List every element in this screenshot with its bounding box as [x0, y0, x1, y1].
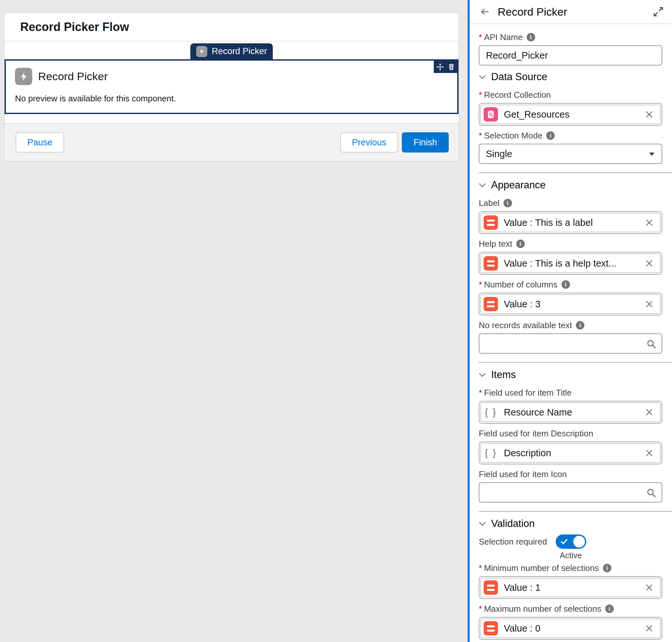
section-divider [479, 362, 672, 363]
section-appearance[interactable]: Appearance [479, 178, 662, 192]
item-title-field-group: Field used for item Title { } Resource N… [479, 387, 662, 424]
check-icon [560, 539, 568, 544]
info-icon[interactable] [546, 131, 555, 140]
selection-required-row: Selection required Active [479, 535, 662, 560]
chevron-down-icon [479, 373, 486, 377]
label-label-row: Label [479, 198, 662, 208]
number-of-columns-combobox[interactable]: Value : 3 [479, 293, 662, 316]
flow-screen-editor: Record Picker Flow Record Picker [0, 0, 672, 642]
item-icon-input-field[interactable] [486, 487, 641, 498]
text-value-icon [483, 621, 498, 635]
info-icon[interactable] [605, 604, 614, 613]
clear-icon[interactable] [645, 259, 654, 268]
info-icon[interactable] [603, 564, 611, 572]
clear-icon[interactable] [645, 449, 654, 457]
finish-button[interactable]: Finish [402, 132, 449, 153]
flow-title: Record Picker Flow [20, 20, 129, 34]
item-description-combobox[interactable]: { } Description [479, 441, 662, 464]
screen-header: Record Picker Flow [4, 13, 458, 41]
selection-required-toggle[interactable] [556, 535, 586, 549]
panel-title: Record Picker [497, 5, 567, 18]
record-collection-field-group: Record Collection Get_Resources [479, 90, 662, 126]
no-records-text-input[interactable] [479, 333, 662, 354]
record-collection-label: Record Collection [484, 90, 551, 100]
help-text-combobox[interactable]: Value : This is a help text... [479, 252, 662, 275]
record-lookup-icon [483, 107, 498, 121]
record-collection-combobox[interactable]: Get_Resources [479, 103, 662, 126]
number-of-columns-label-row: Number of columns [479, 279, 662, 290]
api-name-label-row: API Name [479, 32, 662, 42]
info-icon[interactable] [504, 199, 512, 207]
expand-button[interactable] [653, 7, 663, 17]
clear-icon[interactable] [645, 300, 654, 308]
selection-mode-value: Single [486, 149, 512, 159]
label-value: Value : This is a label [504, 217, 639, 228]
item-icon-input[interactable] [479, 482, 662, 502]
label-combobox[interactable]: Value : This is a label [479, 211, 662, 234]
item-title-combobox[interactable]: { } Resource Name [479, 401, 662, 424]
min-selections-combobox[interactable]: Value : 1 [479, 576, 662, 599]
item-description-field-group: Field used for item Description { } Desc… [479, 428, 662, 464]
delete-icon[interactable] [448, 63, 455, 70]
number-of-columns-field-group: Number of columns Value : 3 [479, 279, 662, 316]
section-data-source[interactable]: Data Source [479, 70, 662, 84]
info-icon[interactable] [527, 33, 535, 41]
selection-mode-select[interactable]: Single [479, 144, 662, 164]
back-arrow-icon [479, 7, 490, 17]
move-icon[interactable] [436, 63, 444, 71]
data-source-heading: Data Source [491, 71, 547, 83]
info-icon[interactable] [576, 321, 584, 330]
items-heading: Items [491, 369, 516, 381]
pause-button[interactable]: Pause [16, 132, 64, 153]
section-divider [479, 172, 672, 173]
item-icon-label-row: Field used for item Icon [479, 469, 662, 479]
flow-screen-card: Record Picker Flow Record Picker [4, 13, 459, 161]
section-validation[interactable]: Validation [479, 517, 662, 530]
clear-icon[interactable] [645, 110, 654, 119]
expand-icon [653, 7, 663, 17]
max-selections-pill: Value : 0 [480, 618, 661, 638]
help-text-label-row: Help text [479, 239, 662, 249]
info-icon[interactable] [561, 280, 570, 289]
selection-mode-label-row: Selection Mode [479, 130, 662, 141]
number-of-columns-pill: Value : 3 [480, 294, 661, 314]
required-asterisk [479, 32, 484, 42]
label-label: Label [479, 198, 500, 208]
no-records-text-input-field[interactable] [486, 338, 641, 349]
clear-icon[interactable] [645, 624, 654, 632]
search-icon [646, 488, 656, 498]
clear-icon[interactable] [645, 408, 654, 416]
help-text-field-group: Help text Value : This is a help text... [479, 239, 662, 275]
flow-canvas: Record Picker Flow Record Picker [0, 0, 468, 642]
appearance-heading: Appearance [491, 179, 545, 191]
item-icon-field-group: Field used for item Icon [479, 469, 662, 502]
info-icon[interactable] [516, 240, 525, 248]
component-action-bar [434, 61, 457, 73]
no-records-text-label: No records available text [479, 320, 572, 331]
record-collection-value: Get_Resources [504, 109, 639, 120]
back-button[interactable] [479, 7, 490, 17]
max-selections-field-group: Maximum number of selections Value : 0 [479, 604, 662, 640]
number-of-columns-value: Value : 3 [504, 299, 639, 310]
label-pill: Value : This is a label [480, 213, 661, 232]
selected-component[interactable]: Record Picker No preview is available fo… [4, 59, 458, 114]
chevron-down-icon [479, 522, 486, 526]
no-records-text-field-group: No records available text [479, 320, 662, 354]
component-tab[interactable]: Record Picker [190, 43, 273, 59]
section-items[interactable]: Items [479, 368, 662, 382]
item-description-label: Field used for item Description [479, 428, 593, 439]
max-selections-combobox[interactable]: Value : 0 [479, 617, 662, 640]
api-name-input[interactable] [486, 50, 655, 61]
record-collection-pill: Get_Resources [480, 105, 661, 124]
item-description-pill: { } Description [480, 443, 661, 463]
help-text-pill: Value : This is a help text... [480, 254, 661, 273]
required-asterisk [479, 604, 484, 614]
required-asterisk [479, 279, 484, 290]
text-value-icon [483, 256, 498, 270]
previous-button[interactable]: Previous [340, 132, 398, 153]
api-name-field-group: API Name [479, 32, 662, 65]
record-collection-label-row: Record Collection [479, 90, 662, 100]
clear-icon[interactable] [645, 583, 654, 592]
property-editor-panel: Record Picker API Name Data Sourc [468, 0, 672, 642]
clear-icon[interactable] [645, 218, 654, 227]
